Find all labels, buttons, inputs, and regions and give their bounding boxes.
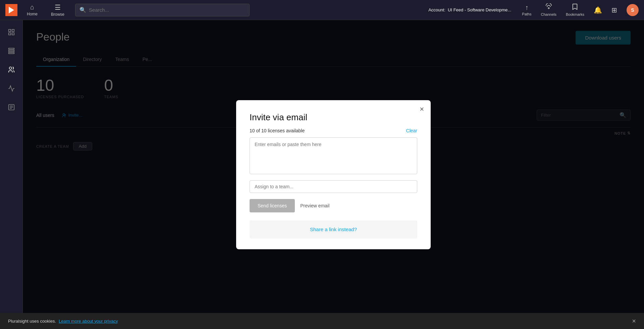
modal-title: Invite via email	[250, 112, 417, 123]
modal-actions: Send licenses Preview email	[250, 199, 417, 212]
paths-icon: ↑	[525, 4, 528, 11]
licenses-row: 10 of 10 licenses available Clear	[250, 128, 417, 133]
share-link-box: Share a link instead?	[250, 220, 417, 239]
sidebar-item-people[interactable]	[3, 62, 19, 78]
svg-point-8	[9, 67, 11, 69]
cookie-text: Pluralsight uses cookies.	[8, 319, 56, 324]
nav-browse-label: Browse	[51, 12, 64, 17]
assign-team-input[interactable]	[250, 180, 417, 193]
cookie-close-button[interactable]: ×	[632, 318, 636, 324]
nav-paths-label: Paths	[522, 12, 531, 16]
modal-close-button[interactable]: ×	[420, 106, 424, 113]
account-prefix: Account:	[428, 7, 445, 12]
avatar[interactable]: S	[627, 4, 639, 16]
browse-icon: ☰	[55, 3, 61, 11]
sidebar-item-dashboard[interactable]	[3, 24, 19, 40]
preview-email-button[interactable]: Preview email	[300, 203, 329, 208]
nav-bookmarks[interactable]: Bookmarks	[566, 3, 584, 16]
svg-rect-2	[12, 29, 14, 31]
nav-bookmarks-label: Bookmarks	[566, 12, 584, 16]
search-icon: 🔍	[79, 7, 86, 13]
svg-rect-4	[12, 33, 14, 35]
main-layout: People Download users Organization Direc…	[0, 20, 644, 329]
search-input[interactable]	[89, 7, 245, 13]
cookie-privacy-link[interactable]: Learn more about your privacy	[59, 319, 118, 324]
nav-browse[interactable]: ☰ Browse	[48, 2, 67, 18]
nav-home-label: Home	[27, 12, 38, 16]
account-name: UI Feed - Software Developme...	[448, 7, 511, 12]
app-logo[interactable]	[5, 4, 17, 16]
nav-channels-label: Channels	[541, 12, 556, 16]
svg-rect-7	[8, 53, 14, 54]
apps-icon[interactable]: ⊞	[611, 6, 617, 14]
nav-channels[interactable]: Channels	[541, 3, 556, 16]
svg-rect-1	[8, 29, 10, 31]
topnav-right: ↑ Paths Channels Bookmarks 🔔 ⊞ S	[522, 3, 639, 16]
home-icon: ⌂	[30, 3, 34, 11]
svg-rect-6	[8, 50, 14, 52]
licenses-text: 10 of 10 licenses available	[250, 128, 305, 133]
svg-point-0	[548, 8, 549, 9]
sidebar	[0, 20, 23, 329]
channels-icon	[545, 3, 552, 12]
modal-overlay: × Invite via email 10 of 10 licenses ava…	[23, 20, 644, 329]
share-link-button[interactable]: Share a link instead?	[310, 226, 357, 232]
email-textarea[interactable]	[250, 137, 417, 174]
nav-paths[interactable]: ↑ Paths	[522, 4, 531, 16]
sidebar-item-docs[interactable]	[3, 99, 19, 115]
account-label: Account: UI Feed - Software Developme...	[428, 7, 511, 12]
sidebar-item-reports[interactable]	[3, 43, 19, 59]
search-bar: 🔍	[75, 4, 250, 16]
top-navigation: ⌂ Home ☰ Browse 🔍 Account: UI Feed - Sof…	[0, 0, 644, 20]
logo-triangle	[9, 7, 14, 13]
invite-modal: × Invite via email 10 of 10 licenses ava…	[236, 100, 431, 249]
bookmarks-icon	[572, 3, 578, 12]
send-licenses-button[interactable]: Send licenses	[250, 199, 295, 212]
clear-button[interactable]: Clear	[406, 128, 417, 133]
svg-rect-3	[8, 33, 10, 35]
nav-home[interactable]: ⌂ Home	[24, 2, 40, 18]
svg-rect-5	[8, 48, 14, 50]
sidebar-item-analytics[interactable]	[3, 80, 19, 96]
main-content: People Download users Organization Direc…	[23, 20, 644, 329]
cookie-banner: Pluralsight uses cookies. Learn more abo…	[0, 313, 644, 329]
notifications-icon[interactable]: 🔔	[594, 6, 602, 14]
